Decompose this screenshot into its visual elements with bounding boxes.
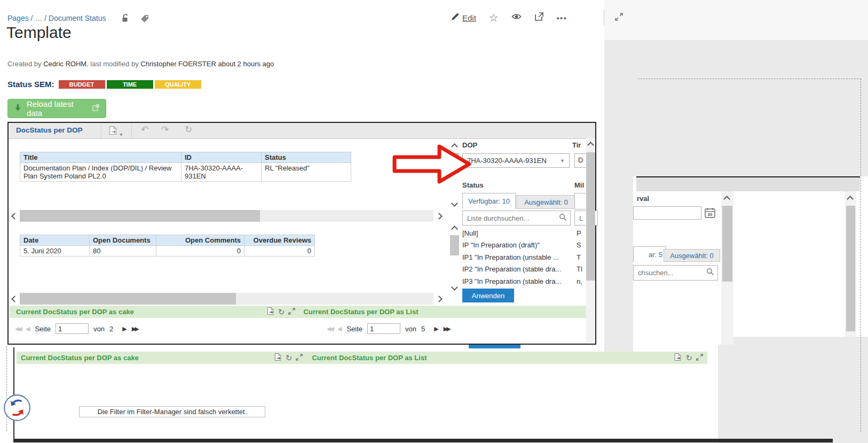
expand-icon[interactable] <box>296 353 303 363</box>
list-item[interactable]: IP "In Preparation (draft)" <box>462 239 574 251</box>
calendar-icon[interactable]: 30 <box>705 207 715 220</box>
status-tab-selected[interactable]: Ausgewählt: 0 <box>516 195 576 209</box>
pencil-icon <box>451 12 460 23</box>
list-item[interactable]: IP3 "In Preparation (stable dra... <box>462 276 574 287</box>
status-badge-budget: BUDGET <box>59 80 105 89</box>
filter-manager-dialog: DocStatus per DOP ▾ ↶ ↷ ↻ Title ID Statu… <box>7 122 596 345</box>
frame-bottom-bar <box>13 439 833 442</box>
redo-icon[interactable]: ↷ <box>161 125 169 134</box>
refresh-icon[interactable]: ↻ <box>286 353 293 363</box>
dialog-vertical-scrollbar[interactable] <box>586 138 595 343</box>
page-title: Template <box>6 24 72 42</box>
external-link-icon <box>92 104 99 113</box>
expand-icon[interactable] <box>696 353 703 363</box>
status-sem-row: Status SEM: BUDGET TIME QUALITY <box>7 80 201 89</box>
page: rval 30 ar: 5 Ausgewählt: 0 Pages / … / … <box>0 0 868 443</box>
export-menu-button[interactable]: ▾ <box>108 126 122 137</box>
prev-page-button[interactable]: ◀ <box>337 326 342 332</box>
list-item[interactable]: IP2 "In Preparation (stable dra... <box>462 263 574 275</box>
export-icon[interactable] <box>274 353 282 363</box>
apply-button[interactable]: Anwenden <box>462 289 514 302</box>
dop-dropdown[interactable]: 7HA-30320-AAAA-931EN ▼ <box>462 153 570 168</box>
side-scrollbar-2[interactable] <box>845 191 856 337</box>
refresh-icon[interactable]: ↻ <box>185 125 192 134</box>
page-number-input[interactable] <box>367 323 400 334</box>
stats-table: Date Open Documents Open Comments Overdu… <box>20 235 314 257</box>
first-page-button[interactable]: ◀◀ <box>327 326 333 332</box>
list-item[interactable]: IP1 "In Preparation (unstable ... <box>462 252 574 263</box>
milestone-label-clipped: Mil <box>574 181 584 189</box>
next-page-button[interactable]: ▶ <box>434 326 438 332</box>
widget-title-cake: Current DocStatus per DOP as cake <box>16 308 134 316</box>
status-search <box>462 211 571 226</box>
table-row[interactable]: Documentation Plan / Index (DOP/DIL) / R… <box>20 163 351 182</box>
expand-icon[interactable] <box>288 307 295 317</box>
status-tab-available[interactable]: Verfügbar: 10 <box>462 193 516 209</box>
stats-col-overdue-reviews[interactable]: Overdue Reviews <box>244 235 315 246</box>
side-panel-body2 <box>733 191 845 337</box>
dialog-widget-bar: Current DocStatus per DOP as cake ↻ Curr… <box>9 306 586 318</box>
stats-col-date[interactable]: Date <box>20 235 90 246</box>
svg-text:30: 30 <box>708 212 713 217</box>
breadcrumb-pages-link[interactable]: Pages <box>7 14 29 22</box>
label-tag-icon[interactable] <box>140 14 149 26</box>
last-page-button[interactable]: ▶▶ <box>132 326 138 332</box>
more-actions-button[interactable]: ••• <box>557 14 567 22</box>
breadcrumb-current-link[interactable]: Document Status <box>49 14 106 22</box>
page-number-input[interactable] <box>56 323 89 334</box>
lower-vertical-scrollbar[interactable] <box>450 224 459 291</box>
side-date-input[interactable] <box>633 206 701 220</box>
refresh-icon[interactable]: ↻ <box>278 307 285 317</box>
list-item[interactable]: [Null] <box>462 228 574 239</box>
doc-col-id[interactable]: ID <box>182 152 262 163</box>
side-scrollbar-1[interactable] <box>721 191 733 345</box>
export-icon[interactable] <box>266 307 274 317</box>
refresh-icon[interactable]: ↻ <box>685 353 692 363</box>
widget-title-list: Current DocStatus per DOP as List <box>312 354 427 362</box>
side-interval-label: rval <box>637 195 649 203</box>
edit-button[interactable]: Edit <box>451 12 476 23</box>
dashed-border-right <box>861 79 861 432</box>
breadcrumb: Pages / … / Document Status <box>7 14 106 22</box>
side-panel-toolbar <box>636 176 860 191</box>
widget-title-cake: Current DocStatus per DOP as cake <box>21 354 139 362</box>
undo-icon[interactable]: ↶ <box>141 125 148 134</box>
stats-col-open-comments[interactable]: Open Comments <box>156 235 244 246</box>
table-row[interactable]: 5. Juni 2020 80 0 0 <box>20 246 315 257</box>
scroll-left-icon[interactable] <box>11 213 18 220</box>
unlock-icon[interactable] <box>121 13 130 25</box>
watch-eye-icon[interactable] <box>511 12 522 23</box>
creator: Cedric ROHM <box>43 60 86 68</box>
last-page-button[interactable]: ▶▶ <box>444 326 449 332</box>
h-scrollbar-2[interactable] <box>20 293 433 305</box>
side-tab-available[interactable]: ar: 5 <box>633 246 666 262</box>
status-search-input[interactable] <box>466 214 559 223</box>
h-scrollbar-1[interactable] <box>20 210 433 222</box>
share-icon[interactable] <box>534 12 544 24</box>
caret-down-icon: ▾ <box>120 131 122 137</box>
scroll-right-icon[interactable] <box>436 213 443 220</box>
status-badge-quality: QUALITY <box>155 80 201 89</box>
export-icon[interactable] <box>674 353 682 363</box>
doc-col-status[interactable]: Status <box>262 152 351 163</box>
scroll-left-icon[interactable] <box>11 296 18 302</box>
next-page-button[interactable]: ▶ <box>122 326 127 332</box>
stats-col-open-documents[interactable]: Open Documents <box>90 235 156 246</box>
dashed-border-top <box>638 79 861 79</box>
status-sem-label: Status SEM: <box>7 80 54 89</box>
reload-latest-data-button[interactable]: Reload latest data <box>7 99 106 118</box>
actions-divider <box>604 10 604 26</box>
prev-page-button[interactable]: ◀ <box>26 326 30 332</box>
doc-col-title[interactable]: Title <box>20 152 182 163</box>
first-page-button[interactable]: ◀◀ <box>15 326 21 332</box>
pager-list: ◀◀ ◀ Seite von 5 ▶ ▶▶ <box>327 323 449 335</box>
last-modifier: Christopher FOERSTER <box>140 60 216 68</box>
expand-icon[interactable] <box>615 13 623 23</box>
byline: Created by Cedric ROHM, last modified by… <box>7 60 274 68</box>
scroll-right-icon[interactable] <box>436 296 443 302</box>
favourite-star-icon[interactable]: ☆ <box>489 12 499 23</box>
download-arrow-icon <box>14 104 21 114</box>
breadcrumb-separator: / … / <box>31 14 47 22</box>
side-search-input[interactable] <box>637 268 706 277</box>
side-tab-selected[interactable]: Ausgewählt: 0 <box>664 249 720 262</box>
